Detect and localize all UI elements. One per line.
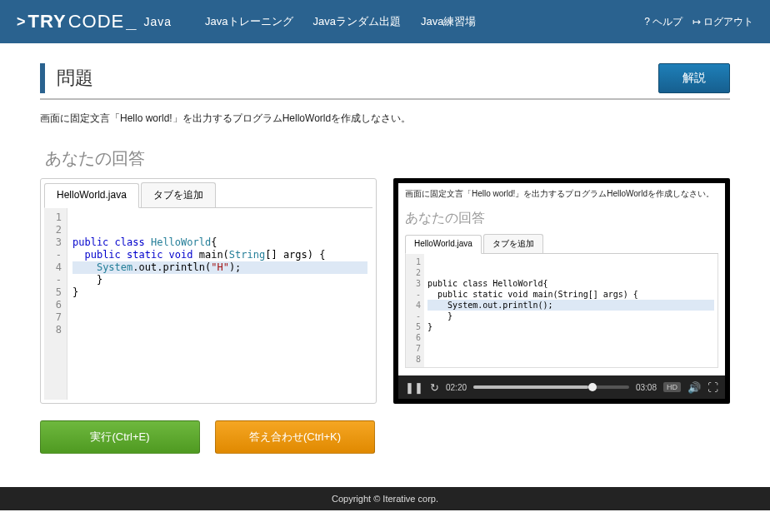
logo-thin: CODE (68, 11, 125, 32)
editor-panel: HelloWorld.java タブを追加 1 2 3 - 4 - 5 6 7 … (40, 178, 377, 404)
logo-sub: Java (144, 15, 172, 28)
nav-random[interactable]: Javaランダム出題 (313, 14, 401, 29)
action-buttons: 実行(Ctrl+E) 答え合わせ(Ctrl+K) (40, 420, 730, 454)
video-content: 画面に固定文言「Hello world!」を出力するプログラムHelloWorl… (398, 183, 725, 375)
hd-badge[interactable]: HD (663, 382, 681, 392)
logo[interactable]: > TRY CODE _ Java (17, 11, 172, 32)
rewind-icon[interactable]: ↻ (430, 381, 439, 394)
header-right: ? ヘルプ ↦ ログアウト (644, 15, 753, 29)
video-tabs: HelloWorld.java タブを追加 (405, 234, 718, 254)
logout-label: ログアウト (703, 15, 753, 29)
video-seek-knob[interactable] (588, 383, 597, 391)
video-code: public class HelloWorld{ public static v… (424, 254, 718, 367)
help-link[interactable]: ? ヘルプ (644, 15, 682, 29)
explanation-button[interactable]: 解説 (658, 63, 730, 93)
video-gutter: 1 2 3 - 4 - 5 6 7 8 (406, 254, 424, 367)
logout-link[interactable]: ↦ ログアウト (692, 15, 753, 29)
video-answer-title: あなたの回答 (405, 210, 718, 227)
video-code-area: 1 2 3 - 4 - 5 6 7 8 public class HelloWo… (405, 254, 718, 368)
problem-description: 画面に固定文言「Hello world!」を出力するプログラムHelloWorl… (40, 112, 730, 126)
logo-bold: TRY (28, 11, 67, 32)
volume-icon[interactable]: 🔊 (688, 381, 701, 394)
tab-helloworld[interactable]: HelloWorld.java (44, 183, 139, 208)
run-button[interactable]: 実行(Ctrl+E) (40, 420, 200, 454)
video-panel: 画面に固定文言「Hello world!」を出力するプログラムHelloWorl… (393, 178, 730, 404)
logout-icon: ↦ (692, 16, 701, 27)
video-seek-fill (473, 385, 588, 389)
video-current-time: 02:20 (446, 383, 467, 392)
header: > TRY CODE _ Java Javaトレーニング Javaランダム出題 … (0, 0, 770, 43)
title-row: 問題 解説 (40, 63, 730, 100)
title-accent-bar (40, 63, 45, 93)
editor-gutter: 1 2 3 - 4 - 5 6 7 8 (44, 208, 68, 400)
panels: HelloWorld.java タブを追加 1 2 3 - 4 - 5 6 7 … (40, 178, 730, 404)
video-duration: 03:08 (636, 383, 657, 392)
video-tab-add: タブを追加 (483, 234, 543, 253)
help-icon: ? (644, 16, 650, 27)
footer: Copyright © Iterative corp. (0, 487, 770, 510)
nav: Javaトレーニング Javaランダム出題 Java練習場 (205, 14, 476, 29)
editor-code[interactable]: public class HelloWorld{ public static v… (68, 208, 372, 400)
nav-training[interactable]: Javaトレーニング (205, 14, 292, 29)
video-seek-bar[interactable] (473, 385, 629, 389)
help-label: ヘルプ (652, 15, 682, 29)
pause-icon[interactable]: ❚❚ (405, 381, 423, 394)
video-controls: ❚❚ ↻ 02:20 03:08 HD 🔊 ⛶ (398, 375, 725, 399)
editor-tabs: HelloWorld.java タブを追加 (44, 182, 372, 208)
fullscreen-icon[interactable]: ⛶ (708, 381, 718, 394)
video-tab-helloworld: HelloWorld.java (405, 235, 482, 254)
check-answer-button[interactable]: 答え合わせ(Ctrl+K) (215, 420, 375, 454)
main: 問題 解説 画面に固定文言「Hello world!」を出力するプログラムHel… (0, 43, 770, 487)
logo-suffix: _ (126, 11, 137, 32)
tab-add[interactable]: タブを追加 (141, 182, 216, 207)
video-problem-description: 画面に固定文言「Hello world!」を出力するプログラムHelloWorl… (405, 188, 718, 200)
page-title: 問題 (57, 66, 93, 91)
answer-title: あなたの回答 (45, 147, 730, 170)
code-editor[interactable]: 1 2 3 - 4 - 5 6 7 8 public class HelloWo… (44, 208, 372, 400)
nav-practice[interactable]: Java練習場 (421, 14, 476, 29)
logo-arrow-icon: > (17, 13, 27, 31)
